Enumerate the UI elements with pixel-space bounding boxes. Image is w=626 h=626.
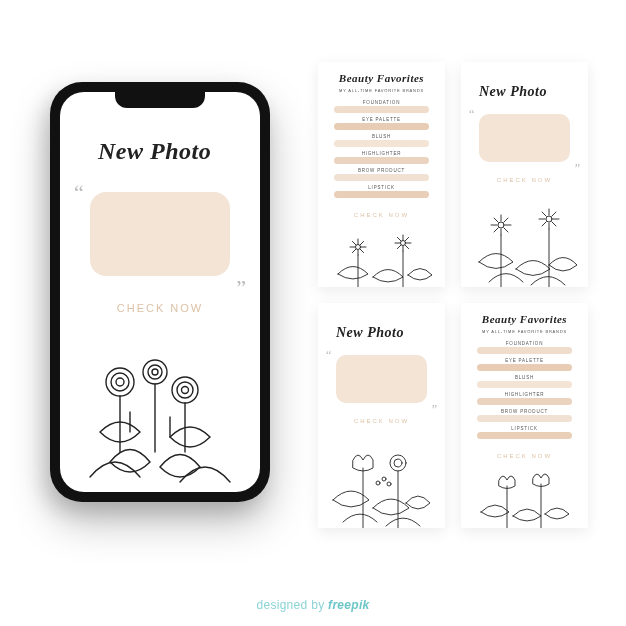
svg-point-10 — [401, 241, 406, 246]
phone-notch — [115, 92, 205, 108]
swatch-color — [477, 381, 572, 388]
swatch-item: BLUSH — [477, 375, 572, 388]
svg-point-8 — [182, 387, 189, 394]
quote-open-icon: “ — [469, 108, 474, 120]
swatch-color — [477, 432, 572, 439]
swatch-color — [334, 191, 429, 198]
swatch-label: HIGHLIGHTER — [334, 151, 429, 156]
swatch-item: EYE PALETTE — [477, 358, 572, 371]
quote-open-icon: “ — [326, 349, 331, 361]
card-subtitle: MY ALL-TIME FAVORITE BRANDS — [461, 329, 588, 334]
swatch-color — [334, 174, 429, 181]
swatch-label: EYE PALETTE — [477, 358, 572, 363]
swatch-color — [334, 106, 429, 113]
svg-point-15 — [376, 481, 380, 485]
swatch-label: LIPSTICK — [334, 185, 429, 190]
card-beauty-favorites-tulips[interactable]: Beauty Favorites MY ALL-TIME FAVORITE BR… — [461, 303, 588, 528]
swatch-label: BLUSH — [477, 375, 572, 380]
floral-daisies-illustration — [318, 229, 445, 287]
swatch-color — [334, 123, 429, 130]
swatch-list: FOUNDATIONEYE PALETTEBLUSHHIGHLIGHTERBRO… — [477, 341, 572, 443]
photo-placeholder — [90, 192, 230, 276]
svg-point-2 — [116, 378, 124, 386]
svg-point-4 — [148, 365, 162, 379]
svg-point-12 — [546, 216, 552, 222]
swatch-label: BLUSH — [334, 134, 429, 139]
quote-open-icon: “ — [74, 182, 84, 204]
photo-placeholder — [479, 114, 570, 162]
attribution: designed by freepik — [0, 598, 626, 612]
attribution-prefix: designed by — [256, 598, 328, 612]
swatch-item: HIGHLIGHTER — [477, 392, 572, 405]
svg-point-7 — [177, 382, 193, 398]
floral-roses-illustration — [60, 342, 260, 492]
swatch-item: FOUNDATION — [477, 341, 572, 354]
photo-placeholder — [336, 355, 427, 403]
cta-link[interactable]: CHECK NOW — [461, 177, 588, 183]
svg-point-6 — [172, 377, 198, 403]
swatch-item: BROW PRODUCT — [477, 409, 572, 422]
quote-close-icon: ” — [432, 403, 437, 415]
phone-screen: New Photo “ ” CHECK NOW — [60, 92, 260, 492]
swatch-color — [334, 157, 429, 164]
card-title: New Photo — [336, 325, 404, 341]
swatch-item: HIGHLIGHTER — [334, 151, 429, 164]
swatch-item: BROW PRODUCT — [334, 168, 429, 181]
card-new-photo-daisies[interactable]: New Photo “ ” CHECK NOW — [461, 62, 588, 287]
swatch-label: EYE PALETTE — [334, 117, 429, 122]
svg-point-17 — [387, 482, 391, 486]
swatch-color — [477, 347, 572, 354]
swatch-color — [477, 415, 572, 422]
quote-close-icon: ” — [236, 277, 246, 299]
svg-point-16 — [382, 477, 386, 481]
card-title: Beauty Favorites — [461, 313, 588, 325]
cta-link[interactable]: CHECK NOW — [461, 453, 588, 459]
card-subtitle: MY ALL-TIME FAVORITE BRANDS — [318, 88, 445, 93]
card-title: Beauty Favorites — [318, 72, 445, 84]
swatch-color — [334, 140, 429, 147]
story-title: New Photo — [98, 138, 211, 165]
svg-point-0 — [106, 368, 134, 396]
cta-link[interactable]: CHECK NOW — [60, 302, 260, 314]
svg-point-5 — [152, 369, 158, 375]
swatch-item: EYE PALETTE — [334, 117, 429, 130]
quote-close-icon: ” — [575, 162, 580, 174]
card-beauty-favorites-daisies[interactable]: Beauty Favorites MY ALL-TIME FAVORITE BR… — [318, 62, 445, 287]
cta-link[interactable]: CHECK NOW — [318, 212, 445, 218]
swatch-label: BROW PRODUCT — [334, 168, 429, 173]
swatch-item: FOUNDATION — [334, 100, 429, 113]
floral-tulips-illustration — [461, 470, 588, 528]
swatch-label: LIPSTICK — [477, 426, 572, 431]
swatch-label: BROW PRODUCT — [477, 409, 572, 414]
floral-daisies-illustration — [461, 207, 588, 287]
svg-point-11 — [498, 222, 504, 228]
phone-mockup: New Photo “ ” CHECK NOW — [50, 82, 270, 502]
cta-link[interactable]: CHECK NOW — [318, 418, 445, 424]
swatch-label: FOUNDATION — [334, 100, 429, 105]
swatch-color — [477, 398, 572, 405]
card-new-photo-mixed[interactable]: New Photo “ ” CHECK NOW — [318, 303, 445, 528]
swatch-list: FOUNDATIONEYE PALETTEBLUSHHIGHLIGHTERBRO… — [334, 100, 429, 202]
swatch-label: HIGHLIGHTER — [477, 392, 572, 397]
card-title: New Photo — [479, 84, 547, 100]
swatch-label: FOUNDATION — [477, 341, 572, 346]
attribution-brand: freepik — [328, 598, 369, 612]
svg-point-14 — [394, 459, 402, 467]
swatch-item: LIPSTICK — [477, 426, 572, 439]
template-previews: Beauty Favorites MY ALL-TIME FAVORITE BR… — [318, 62, 588, 528]
svg-point-1 — [111, 373, 129, 391]
swatch-item: LIPSTICK — [334, 185, 429, 198]
svg-point-13 — [390, 455, 406, 471]
swatch-color — [477, 364, 572, 371]
swatch-item: BLUSH — [334, 134, 429, 147]
svg-point-3 — [143, 360, 167, 384]
svg-point-9 — [356, 245, 361, 250]
floral-mixed-illustration — [318, 448, 445, 528]
